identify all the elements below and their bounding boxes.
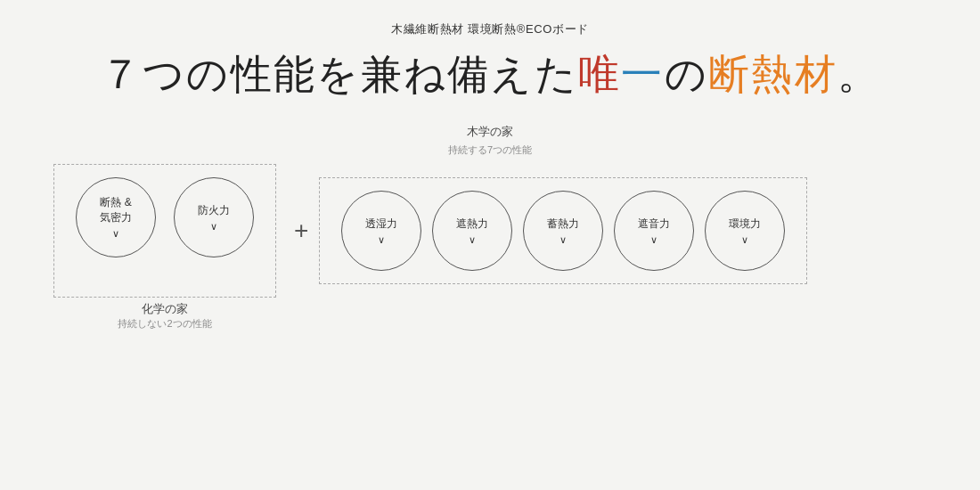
circle-chikutetsu[interactable]: 蓄熱力 ∨ bbox=[523, 191, 603, 271]
circle-toshu[interactable]: 透湿力 ∨ bbox=[341, 191, 421, 271]
left-group-caption: 化学の家 持続しない2つの性能 bbox=[118, 301, 211, 331]
left-group: 断熱 &気密力 ∨ 防火力 ∨ 化学の家 持続しない2つの性能 bbox=[53, 164, 276, 298]
circle-dannetsu[interactable]: 断熱 &気密力 ∨ bbox=[76, 177, 156, 257]
circle-kankyo[interactable]: 環境力 ∨ bbox=[705, 191, 785, 271]
section-labels: 木学の家 持続する7つの性能 bbox=[448, 124, 532, 157]
circle-shanetsu[interactable]: 遮熱力 ∨ bbox=[432, 191, 512, 271]
main-title: ７つの性能を兼ね備えた唯一の断熱材。 bbox=[100, 50, 880, 99]
right-group: 透湿力 ∨ 遮熱力 ∨ 蓄熱力 ∨ 遮音力 ∨ 環境力 ∨ bbox=[319, 177, 807, 284]
top-label: 木繊維断熱材 環境断熱®ECOボード bbox=[391, 21, 589, 37]
section-main-label: 木学の家 bbox=[467, 124, 513, 140]
diagram-wrapper: 断熱 &気密力 ∨ 防火力 ∨ 化学の家 持続しない2つの性能 + 透湿力 ∨ … bbox=[53, 164, 927, 298]
circle-shaon[interactable]: 遮音力 ∨ bbox=[614, 191, 694, 271]
plus-sign: + bbox=[294, 218, 308, 243]
section-sub-label: 持続する7つの性能 bbox=[448, 143, 532, 157]
circle-boka[interactable]: 防火力 ∨ bbox=[174, 177, 254, 257]
